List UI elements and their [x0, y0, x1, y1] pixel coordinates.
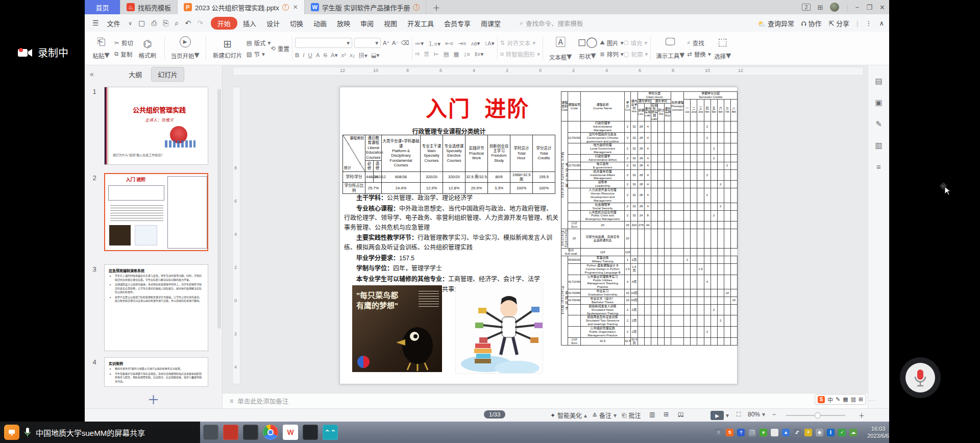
clear-format-icon[interactable]: ⌫ [401, 39, 409, 46]
line-spacing-icon[interactable]: ↕A▾ [484, 40, 494, 47]
outdent-icon[interactable]: ⇤≡ [445, 40, 453, 47]
image-library-icon[interactable]: ▣ [875, 98, 882, 107]
comments-toggle[interactable]: ⎗批注 [622, 411, 641, 420]
ime-mode[interactable]: 中 [827, 396, 833, 404]
ime-grid-icon[interactable]: ⊞ [859, 396, 863, 403]
slide-thumbnail-1[interactable]: 1 公共组织管理实践 主讲人：张雅文 我们为什么"如何"融入社会工作情境？ [85, 87, 222, 165]
align-left-icon[interactable]: ⫤ [415, 51, 420, 57]
tab-slides[interactable]: 幻灯片 [151, 67, 184, 82]
sync-status[interactable]: ⛅ 查询异常 [757, 18, 794, 28]
command-search[interactable]: ⌕ 查找命令、搜索模板 [520, 18, 611, 28]
superscript-icon[interactable]: x² [341, 52, 347, 58]
apps-grid-icon[interactable]: ⊞ [818, 4, 823, 11]
menu-item-放映[interactable]: 放映 [332, 17, 355, 30]
dark-app2-icon[interactable] [303, 425, 318, 440]
to-smartart-button[interactable]: ⧈转智能图形▾ [500, 50, 541, 58]
zoom-out-button[interactable]: − [772, 411, 776, 418]
box-tray-icon[interactable] [771, 429, 778, 436]
zoom-in-button[interactable]: ＋ [859, 411, 865, 420]
view-normal-icon[interactable]: ▥ [649, 411, 655, 418]
template-library-icon[interactable]: ▥ [875, 141, 882, 150]
smart-beautify-button[interactable]: ✦智能美化▴ [550, 411, 587, 420]
zoom-value[interactable]: 80%▾ [748, 411, 765, 418]
notes-bar[interactable]: ≡ 单击此处添加备注 [223, 393, 868, 408]
menu-file[interactable]: 文件 [103, 17, 125, 30]
meeting-app-icon[interactable]: ⌃⌃ [323, 425, 338, 440]
menu-item-插入[interactable]: 插入 [238, 17, 261, 30]
file-chevron-icon[interactable]: ∨ [126, 20, 135, 26]
bluetooth-tray-icon[interactable]: ᛒ [827, 429, 835, 436]
share-button[interactable]: ⇱ 分享 [829, 18, 850, 28]
save-icon[interactable]: ▢ [136, 19, 148, 27]
layout-button[interactable]: ▤版式▾ [247, 39, 271, 47]
paste-button[interactable]: ⎗粘贴▾ [88, 34, 114, 63]
shapes-button[interactable]: ◻◯形状▾ [575, 34, 600, 63]
hamburger-icon[interactable]: ☰ [90, 19, 102, 27]
increase-font-icon[interactable]: A⁺ [383, 39, 390, 46]
replace-button[interactable]: ⇄替换▾ [687, 50, 710, 58]
tab-document-pptx[interactable]: P 2023 公共组织管理实践.pptx ! ✕ [178, 0, 305, 14]
window-switch-icon[interactable]: 2 [802, 4, 810, 11]
tray-expand-icon[interactable]: ⁙ [715, 429, 722, 436]
column-icon[interactable]: ‖≡▾ [475, 51, 483, 58]
export-icon[interactable]: ⎙ [149, 19, 159, 28]
tab-close-icon[interactable]: ✕ [293, 4, 298, 11]
share-app-icon[interactable] [4, 425, 19, 440]
menu-item-会员专享[interactable]: 会员专享 [439, 17, 475, 30]
font-size-select[interactable]: ▾ [354, 38, 381, 48]
restore-button[interactable]: ❐ [866, 4, 872, 11]
wps-writer-icon[interactable]: W [283, 425, 298, 440]
avatar[interactable] [830, 3, 839, 12]
distribute-icon[interactable]: ▦ [454, 51, 459, 58]
decrease-font-icon[interactable]: A⁻ [392, 39, 399, 46]
picture-button[interactable]: ⛰图片▾ [600, 39, 623, 47]
italic-button[interactable]: I [303, 52, 304, 58]
crow-cartoon-image[interactable]: "每只菜鸟都有鹰的梦想" [352, 285, 442, 372]
tab-docer[interactable]: ♨ 找稻壳模板 [120, 0, 178, 14]
eco-tray-icon[interactable]: e [760, 429, 767, 436]
print-icon[interactable]: ⎘ [160, 19, 171, 28]
numbering-icon[interactable]: ⒈≡▾ [428, 39, 440, 47]
fit-window-icon[interactable]: ⛶ [737, 411, 741, 418]
new-tab-button[interactable]: ＋ [426, 0, 446, 14]
slide-thumbnail-3[interactable]: 3 应急预案编制演练系统 学生在上课的时候普遍会存在参与度低，师生互动有限等问题… [85, 264, 222, 351]
ime-toolbox-icon[interactable]: ▥ [851, 396, 856, 403]
ime-pen-icon[interactable]: ✎ [836, 396, 840, 403]
overflow-dots-icon[interactable]: ⋯ [869, 396, 876, 404]
folder-app-icon[interactable] [203, 425, 218, 440]
indent-icon[interactable]: ⇥≡ [458, 40, 466, 47]
view-sorter-icon[interactable]: ⊞ [664, 411, 669, 418]
align-text-button[interactable]: ⇅对齐文本▾ [500, 39, 541, 47]
underline-button[interactable]: U [308, 52, 312, 58]
menu-item-视图[interactable]: 视图 [379, 17, 402, 30]
view-reading-icon[interactable]: 🕮 [678, 411, 684, 418]
present-tools-button[interactable]: 🖵演示工具▾ [653, 34, 687, 63]
share-mic-icon[interactable] [24, 427, 31, 437]
tab-outline[interactable]: 大纲 [122, 67, 148, 81]
ime-keyboard-icon[interactable]: ▦ [843, 396, 848, 403]
diamond-tray-icon[interactable]: ◆ [816, 429, 823, 436]
align-right-icon[interactable]: ⊨ [434, 51, 439, 58]
menu-item-切换[interactable]: 切换 [285, 17, 308, 30]
strikethrough-button[interactable]: S [323, 52, 327, 58]
menu-item-雨课堂[interactable]: 雨课堂 [476, 17, 505, 30]
cut-button[interactable]: ✂剪切 [114, 39, 133, 47]
properties-panel-icon[interactable]: ▤ [875, 77, 882, 86]
zoom-slider-knob[interactable] [815, 412, 821, 419]
highlight-icon[interactable]: ⬓▾ [371, 52, 380, 59]
textbox-button[interactable]: 🄰文本框▾ [546, 34, 575, 63]
para-spacing-icon[interactable]: ↨≡ [463, 51, 470, 57]
annotation-pen-icon[interactable]: ✎ [875, 119, 882, 129]
minimize-button[interactable]: − [855, 4, 860, 11]
zoom-slider[interactable] [786, 415, 845, 416]
signal-tray-icon[interactable]: ᔑ [793, 429, 801, 436]
font-name-select[interactable]: ▾ [295, 38, 352, 48]
new-slide-button[interactable]: ⊞新建幻灯片 [209, 34, 247, 63]
meeting-mic-button[interactable] [900, 357, 941, 398]
font-color-icon[interactable]: A▾ [331, 52, 337, 59]
menu-item-开发工具[interactable]: 开发工具 [403, 17, 438, 30]
text-direction-icon[interactable]: ᴀʙ▾ [471, 40, 480, 47]
sogou-logo-icon[interactable]: S [818, 396, 825, 403]
tab-home[interactable]: 首页 [85, 0, 120, 14]
menu-item-审阅[interactable]: 审阅 [356, 17, 378, 30]
